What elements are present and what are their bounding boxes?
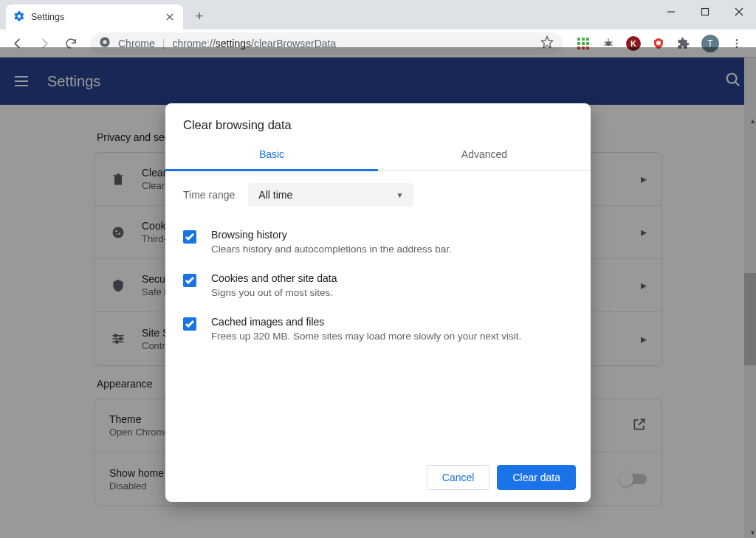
svg-rect-11 (586, 38, 589, 41)
browser-tab[interactable]: Settings (6, 4, 183, 30)
time-range-label: Time range (183, 189, 235, 201)
svg-marker-8 (542, 37, 553, 48)
svg-line-20 (605, 41, 606, 42)
tab-advanced[interactable]: Advanced (378, 138, 591, 170)
svg-rect-10 (582, 38, 585, 41)
chevron-down-icon: ▼ (396, 191, 403, 199)
modal-overlay: Clear browsing data Basic Advanced Time … (0, 58, 756, 538)
dialog-body: Time range All time ▼ Browsing historyCl… (165, 171, 591, 453)
time-range-select[interactable]: All time ▼ (248, 183, 413, 207)
window-maximize-button[interactable] (688, 0, 722, 24)
window-controls (654, 0, 756, 24)
checkbox-browsing-history[interactable] (183, 230, 196, 244)
svg-point-26 (736, 42, 738, 44)
dialog-actions: Cancel Clear data (165, 453, 591, 502)
option-browsing-history: Browsing historyClears history and autoc… (183, 221, 573, 265)
svg-point-25 (736, 39, 738, 41)
dialog-title: Clear browsing data (165, 103, 591, 138)
svg-point-24 (656, 41, 661, 45)
time-range-value: All time (258, 189, 292, 201)
cancel-button[interactable]: Cancel (427, 465, 490, 490)
new-tab-button[interactable]: + (189, 6, 210, 27)
window-minimize-button[interactable] (654, 0, 688, 24)
tab-close-button[interactable] (164, 11, 176, 23)
tab-bar: Settings + (0, 0, 756, 30)
gear-icon (13, 10, 25, 24)
svg-rect-1 (702, 9, 709, 15)
svg-point-7 (103, 40, 106, 44)
option-cookies: Cookies and other site dataSigns you out… (183, 265, 573, 308)
clear-data-button[interactable]: Clear data (497, 465, 576, 490)
svg-point-18 (606, 41, 611, 46)
svg-line-22 (605, 44, 606, 45)
tab-basic[interactable]: Basic (165, 138, 378, 170)
tab-title: Settings (31, 12, 64, 22)
svg-line-21 (611, 41, 612, 42)
svg-line-23 (611, 44, 612, 45)
svg-rect-13 (582, 42, 585, 45)
checkbox-cookies[interactable] (183, 274, 196, 287)
svg-rect-9 (577, 38, 580, 41)
option-cached: Cached images and filesFrees up 320 MB. … (183, 308, 573, 352)
dialog-tabs: Basic Advanced (165, 138, 591, 171)
window-close-button[interactable] (722, 0, 756, 24)
clear-browsing-data-dialog: Clear browsing data Basic Advanced Time … (165, 103, 591, 502)
time-range-row: Time range All time ▼ (183, 183, 573, 207)
svg-rect-12 (577, 42, 580, 45)
checkbox-cached[interactable] (183, 317, 196, 331)
svg-rect-14 (586, 42, 589, 45)
